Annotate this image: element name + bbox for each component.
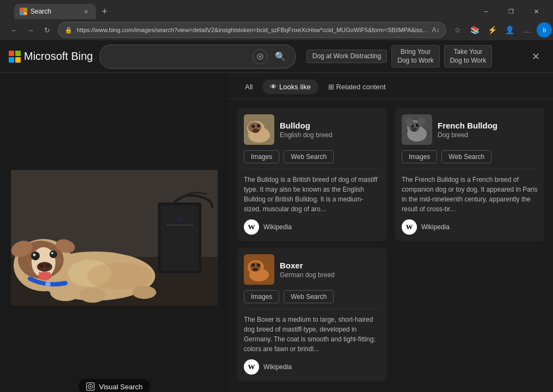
svg-point-21 [50,250,57,258]
svg-point-11 [177,217,182,221]
svg-point-56 [411,127,417,132]
boxer-thumbnail [244,254,274,285]
french-bulldog-name: French Bulldog [438,121,497,130]
svg-point-42 [253,128,259,133]
content-area: Bulldog English dog breed Images Web Sea… [229,99,553,392]
boxer-name: Boxer [280,261,335,270]
svg-point-22 [51,252,53,254]
back-button[interactable]: ← [7,22,22,38]
close-panel-button[interactable]: ✕ [527,48,544,65]
tab-close-button[interactable]: ✕ [82,7,90,16]
svg-rect-10 [161,205,199,271]
svg-point-26 [38,272,51,280]
bing-profile-icon[interactable]: b [537,22,552,38]
close-window-button[interactable]: ✕ [524,3,549,20]
breed-card-bulldog: Bulldog English dog breed Images Web Sea… [237,108,386,241]
tab-related-content[interactable]: ⊞ Related content [321,79,394,94]
boxer-desc: The Boxer is a medium to large, short-ha… [244,315,380,354]
bulldog-desc: The Bulldog is a British breed of dog of… [244,175,380,214]
tab-related-content-label: Related content [336,83,386,91]
breeds-column-right: French Bulldog Dog breed Images Web Sear… [395,108,544,388]
translate-icon: A↕ [432,26,439,34]
chip-dog-at-work[interactable]: Dog at Work Distracting [306,50,388,64]
url-bar[interactable]: 🔒 https://www.bing.com/images/search?vie… [58,22,446,38]
right-panel: All 👁 Looks like ⊞ Related content [229,73,553,392]
bulldog-wiki-link[interactable]: W Wikipedia [244,219,380,235]
microsoft-logo [9,51,21,63]
visual-search-label: Visual Search [99,383,143,391]
svg-rect-1 [24,8,27,11]
wikipedia-icon-french: W [402,219,417,235]
french-bulldog-desc: The French Bulldog is a French breed of … [402,175,538,214]
url-text: https://www.bing.com/images/search?view=… [77,27,427,33]
tab-looks-like-label: Looks like [279,83,311,91]
svg-point-47 [251,264,255,267]
search-box[interactable]: 🔍 [100,45,296,69]
svg-rect-12 [166,224,193,226]
chip-label-0: Dog at Work Distracting [312,52,382,60]
bing-header: Microsoft Bing 🔍 Dog at Work Distracting… [0,40,553,73]
settings-button[interactable]: … [519,22,534,38]
french-bulldog-websearch-btn[interactable]: Web Search [441,150,491,163]
french-bulldog-images-btn[interactable]: Images [402,150,437,163]
boxer-wiki-label: Wikipedia [263,363,292,371]
related-chips: Dog at Work Distracting Bring YourDog to… [306,45,492,68]
svg-point-41 [257,124,260,127]
svg-point-19 [31,252,40,260]
favorites-button[interactable]: ☆ [450,22,465,38]
visual-search-icon[interactable] [253,49,268,64]
divider [402,169,538,169]
tab-all[interactable]: All [237,79,260,94]
boxer-websearch-btn[interactable]: Web Search [284,290,334,303]
wikipedia-icon: W [244,219,259,235]
svg-point-5 [259,56,261,58]
french-bulldog-wiki-link[interactable]: W Wikipedia [402,219,538,235]
svg-point-35 [90,386,91,388]
svg-point-32 [87,262,152,290]
extensions-button[interactable]: ⚡ [484,22,500,38]
tab-all-label: All [245,83,253,91]
boxer-images-btn[interactable]: Images [244,290,279,303]
new-tab-button[interactable]: + [97,4,112,19]
divider [244,309,380,309]
boxer-subtitle: German dog breed [280,271,335,279]
chip-bring-dog[interactable]: Bring YourDog to Work [391,45,439,68]
main-image [11,170,218,306]
breed-card-boxer: Boxer German dog breed Images Web Search… [237,248,386,381]
refresh-button[interactable]: ↻ [39,22,54,38]
svg-point-29 [45,281,51,287]
svg-rect-0 [20,8,23,11]
browser-tab[interactable]: Search ✕ [14,4,96,19]
chip-label-2: Take YourDog to Work [450,48,486,64]
chip-take-dog[interactable]: Take YourDog to Work [444,45,492,68]
maximize-button[interactable]: ❐ [499,3,524,20]
eye-icon: 👁 [270,83,277,91]
bing-logo[interactable]: Microsoft Bing [9,50,93,63]
svg-point-20 [33,254,36,256]
divider [244,169,380,169]
boxer-wiki-link[interactable]: W Wikipedia [244,359,380,375]
bulldog-name: Bulldog [280,121,333,130]
collections-button[interactable]: 📚 [467,22,482,38]
account-button[interactable]: 👤 [502,22,517,38]
forward-button[interactable]: → [23,22,38,38]
tab-label: Search [30,8,51,15]
grid-icon: ⊞ [328,83,334,91]
visual-search-bar[interactable]: Visual Search [78,379,150,392]
window-controls[interactable]: ─ ❐ ✕ [474,3,549,20]
svg-point-49 [253,268,258,271]
french-bulldog-actions: Images Web Search [402,150,538,163]
bing-logo-text: Microsoft Bing [24,50,93,63]
boxer-actions: Images Web Search [244,290,380,303]
search-button[interactable]: 🔍 [272,48,288,65]
breeds-column-left: Bulldog English dog breed Images Web Sea… [237,108,386,388]
search-input[interactable] [107,52,248,61]
svg-point-28 [79,287,106,303]
bulldog-images-btn[interactable]: Images [244,150,279,163]
lock-icon: 🔒 [65,27,72,34]
minimize-button[interactable]: ─ [474,3,499,20]
tab-looks-like[interactable]: 👁 Looks like [262,79,318,94]
bulldog-websearch-btn[interactable]: Web Search [284,150,334,163]
bulldog-actions: Images Web Search [244,150,380,163]
left-panel: Visual Search [0,73,229,392]
